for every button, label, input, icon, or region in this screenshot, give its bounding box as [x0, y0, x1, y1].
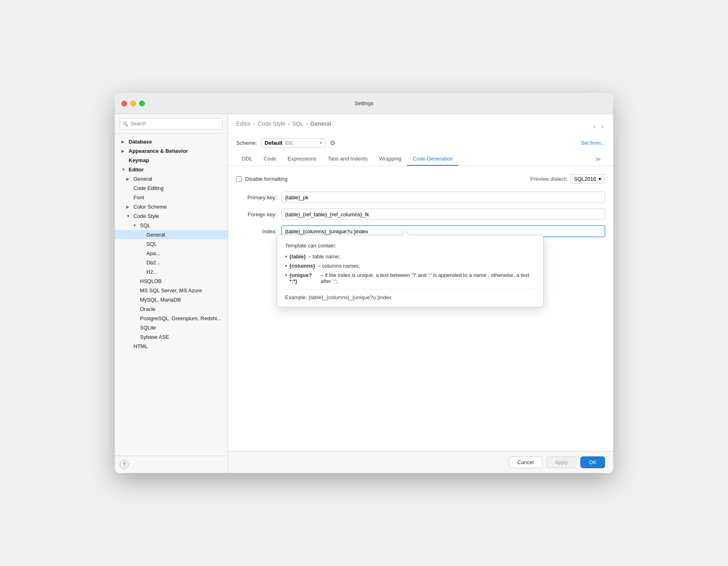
tooltip-list: {table} – table name; {columns} – column… [285, 253, 535, 284]
sidebar-item-html[interactable]: HTML [115, 342, 228, 351]
sidebar-item-color-scheme[interactable]: ▶ Color Scheme [115, 202, 228, 211]
sidebar-item-db2[interactable]: Db2... [115, 258, 228, 267]
sidebar-item-label: General [146, 232, 165, 238]
traffic-lights [121, 101, 145, 106]
sidebar-item-general[interactable]: ▶ General [115, 174, 228, 184]
sidebar-item-apache[interactable]: Apa... [115, 249, 228, 258]
tooltip-popup: Template can contain: {table} – table na… [277, 235, 544, 307]
titlebar: Settings [115, 93, 613, 114]
tabs-row: DDL Code Expressions Tabs and Indents Wr… [236, 152, 605, 166]
tooltip-key-columns: {columns} [290, 263, 315, 269]
tooltip-example-label: Example: [285, 294, 307, 300]
tooltip-key-table: {table} [290, 253, 306, 260]
index-label: Index: [236, 228, 277, 234]
main-panel: Editor › Code Style › SQL › General ‹ › [228, 114, 613, 473]
sidebar-item-label: SQLite [140, 325, 156, 331]
tab-expressions[interactable]: Expressions [282, 152, 322, 166]
options-row: Disable formatting Preview dialect: SQL2… [236, 174, 605, 184]
tooltip-item-unique: {unique?*:*} – if the index is unique, a… [285, 272, 535, 284]
breadcrumb-editor: Editor [236, 120, 251, 127]
sidebar-item-sql-sub[interactable]: SQL [115, 239, 228, 249]
tab-ddl[interactable]: DDL [236, 152, 258, 166]
sidebar-item-label: Sybase ASE [140, 334, 169, 340]
sidebar-item-h2[interactable]: H2... [115, 267, 228, 277]
bottom-bar: Cancel Apply OK [228, 451, 613, 473]
sidebar-item-label: Oracle [140, 306, 155, 312]
search-input[interactable] [120, 118, 223, 129]
minimize-button[interactable] [130, 101, 136, 106]
sidebar-item-mysql[interactable]: MySQL, MariaDB [115, 295, 228, 304]
fields-section: Primary key: Foreign key: Index: [236, 192, 605, 237]
tab-code-generation[interactable]: Code Generation [407, 152, 458, 166]
maximize-button[interactable] [139, 101, 145, 106]
primary-key-row: Primary key: [236, 192, 605, 203]
nav-forward-button[interactable]: › [600, 122, 605, 131]
breadcrumb: Editor › Code Style › SQL › General [236, 120, 331, 127]
arrow-icon: ▼ [121, 167, 127, 172]
set-from-link[interactable]: Set from... [581, 140, 605, 146]
tooltip-item-columns: {columns} – columns names; [285, 263, 535, 269]
gear-button[interactable]: ⚙ [330, 139, 335, 147]
foreign-key-input[interactable] [281, 209, 605, 220]
scheme-select[interactable]: Default IDE ▾ [261, 138, 326, 148]
tab-wrapping[interactable]: Wrapping [373, 152, 407, 166]
disable-formatting-label[interactable]: Disable formatting [236, 176, 288, 182]
breadcrumb-sep1: › [254, 120, 256, 127]
sidebar-item-sybase[interactable]: Sybase ASE [115, 332, 228, 342]
tooltip-example-value: {table}_{columns}_{unique?u:}index [309, 294, 392, 300]
more-tabs-icon[interactable]: ≫ [591, 154, 605, 165]
disable-formatting-checkbox[interactable] [236, 176, 242, 182]
sidebar-item-postgresql[interactable]: PostgreSQL, Greenplum, Redshi... [115, 314, 228, 323]
preview-dialect-row: Preview dialect: SQL2016 ▾ [530, 174, 605, 184]
sidebar-item-keymap[interactable]: Keymap [115, 156, 228, 165]
sidebar-item-sql[interactable]: ▼ SQL [115, 221, 228, 230]
primary-key-label: Primary key: [236, 194, 277, 201]
cancel-button[interactable]: Cancel [509, 456, 542, 468]
sidebar-item-oracle[interactable]: Oracle [115, 304, 228, 314]
sidebar-item-label: HTML [133, 343, 148, 349]
sidebar-item-font[interactable]: Font [115, 193, 228, 202]
sidebar-item-sql-general[interactable]: General [115, 230, 228, 239]
sidebar-item-label: MySQL, MariaDB [140, 297, 181, 303]
sidebar-tree: ▶ Database ▶ Appearance & Behavior Keyma… [115, 134, 228, 456]
sidebar-item-editor[interactable]: ▼ Editor [115, 165, 228, 174]
sidebar-item-sqlite[interactable]: SQLite [115, 323, 228, 332]
tooltip-key-unique: {unique?*:*} [290, 272, 318, 284]
breadcrumb-code-style: Code Style [258, 120, 285, 127]
tooltip-example: Example: {table}_{columns}_{unique?u:}in… [285, 289, 535, 300]
apply-button[interactable]: Apply [546, 456, 577, 468]
arrow-icon: ▼ [126, 214, 132, 218]
sidebar-item-label: PostgreSQL, Greenplum, Redshi... [140, 315, 221, 321]
tab-tabs-indents[interactable]: Tabs and Indents [322, 152, 373, 166]
help-button[interactable]: ? [120, 460, 129, 469]
foreign-key-label: Foreign key: [236, 211, 277, 218]
tab-code[interactable]: Code [258, 152, 282, 166]
primary-key-input[interactable] [281, 192, 605, 203]
sidebar: ▶ Database ▶ Appearance & Behavior Keyma… [115, 114, 228, 473]
foreign-key-row: Foreign key: [236, 209, 605, 220]
arrow-icon: ▶ [126, 205, 132, 209]
sidebar-item-hsqldb[interactable]: HSQLDB [115, 277, 228, 286]
sidebar-item-label: Database [129, 139, 152, 145]
sidebar-item-label: Appearance & Behavior [129, 148, 188, 154]
sidebar-item-database[interactable]: ▶ Database [115, 137, 228, 146]
dialect-select[interactable]: SQL2016 ▾ [570, 174, 605, 184]
arrow-icon: ▼ [133, 223, 138, 228]
sidebar-item-label: Db2... [146, 260, 161, 266]
window-title: Settings [355, 100, 374, 106]
sidebar-item-label: Apa... [146, 250, 160, 256]
tooltip-desc-unique: – if the index is unique, a text between… [321, 272, 535, 284]
sidebar-item-code-style[interactable]: ▼ Code Style [115, 211, 228, 221]
arrow-icon: ▶ [121, 139, 127, 144]
ok-button[interactable]: OK [580, 456, 605, 468]
sidebar-item-label: Editor [129, 167, 144, 173]
arrow-icon: ▶ [121, 149, 127, 153]
sidebar-search-container [115, 114, 228, 134]
tooltip-item-table: {table} – table name; [285, 253, 535, 260]
scheme-name: Default [265, 140, 282, 146]
sidebar-item-appearance-behavior[interactable]: ▶ Appearance & Behavior [115, 146, 228, 156]
nav-back-button[interactable]: ‹ [592, 122, 597, 131]
close-button[interactable] [121, 101, 127, 106]
sidebar-item-mssql[interactable]: MS SQL Server, MS Azure [115, 286, 228, 295]
sidebar-item-code-editing[interactable]: Code Editing [115, 184, 228, 193]
